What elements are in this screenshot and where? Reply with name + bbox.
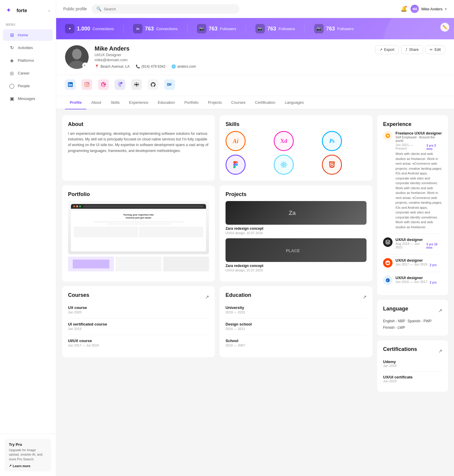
course-name-1: UX course: [68, 305, 209, 310]
language-item-1: Spanish - PWP: [408, 319, 432, 323]
education-expand-button[interactable]: ↗: [363, 294, 367, 300]
exp-item-2: UX/UI designer Aug 2019 — Jun 2021 3 yrs…: [383, 237, 442, 250]
location-item: 📍 Beach Avenue, LA: [95, 64, 130, 69]
certifications-expand-button[interactable]: ↗: [438, 348, 442, 354]
globe-icon: 🌐: [171, 64, 176, 69]
exp-company-1: Self Employed · Around the world: [395, 135, 442, 143]
codepen-icon[interactable]: [131, 79, 142, 90]
avatar-edit-button[interactable]: ✏: [82, 62, 88, 68]
search-bar[interactable]: 🔍: [92, 4, 239, 14]
exp-title-1: Freelance UX/UI designer: [395, 131, 442, 135]
exp-duration-3: 2 yrs: [430, 263, 437, 267]
search-icon: 🔍: [96, 7, 101, 11]
tab-experience[interactable]: Experience: [124, 96, 153, 109]
profile-meta: 📍 Beach Avenue, LA 📞 (914) 479 6342 🌐 an…: [95, 64, 369, 69]
linkedin-icon[interactable]: [65, 79, 76, 90]
edit-button[interactable]: ✏ Edit: [425, 45, 445, 54]
education-header: Education ↗: [226, 292, 367, 302]
figma-icon[interactable]: [115, 79, 125, 90]
behance-icon[interactable]: [164, 79, 175, 90]
dribbble-icon[interactable]: [98, 79, 109, 90]
try-pro-desc: Upgrade for image upload, smarter AI, an…: [9, 448, 47, 462]
exp-period-3: Jun 2017 — Jun 2019: [395, 263, 427, 266]
exp-duration-1: 3 yrs 3 mos: [427, 144, 442, 150]
tab-portfolio[interactable]: Portfolio: [180, 96, 203, 109]
cert-name-1: Udemy: [383, 360, 442, 364]
content-area: About I am experienced designing, develo…: [56, 109, 454, 398]
instagram-icon[interactable]: [82, 79, 92, 90]
exp-title-3: UX/UI designer: [395, 258, 442, 263]
cert-name-2: UX/UI certificate: [383, 375, 442, 379]
notifications-button[interactable]: 🔔: [401, 6, 407, 12]
tab-education[interactable]: Education: [153, 96, 180, 109]
logo-icon: ✦: [6, 7, 14, 15]
certifications-title: Certifications: [383, 346, 417, 352]
cert-date-1: Jun 2019: [383, 364, 442, 367]
learn-more-button[interactable]: ↗ Learn more: [9, 464, 47, 468]
tab-languages[interactable]: Languages: [280, 96, 308, 109]
edit-banner-button[interactable]: ✏️: [440, 23, 449, 32]
tab-projects[interactable]: Projects: [203, 96, 226, 109]
arrow-icon: ↗: [9, 464, 12, 468]
stat-instagram-2: 📷 763 Followers: [255, 24, 295, 33]
sidebar-item-messages[interactable]: ▣ Messages: [3, 93, 53, 104]
course-item-2: UI sertificated course Jun 2019: [68, 322, 209, 331]
exp-item-4: C UX/UI designer Jun 2016 — Jun 2017 2 y…: [383, 276, 442, 285]
education-item-1: University 2019 — 2015: [226, 305, 367, 314]
tab-profile[interactable]: Profile: [65, 96, 86, 109]
instagram-banner-icon-1: 📷: [197, 24, 206, 33]
certifications-card: Certifications ↗ Udemy Jun 2019 UX/UI ce…: [377, 340, 448, 392]
profile-avatar: ✏: [65, 45, 89, 69]
exp-period-4: Jun 2016 — Jun 2017: [395, 280, 427, 284]
education-item-3: School 2010 — 2007: [226, 339, 367, 347]
tab-about[interactable]: About: [86, 96, 106, 109]
export-icon: ↗: [380, 48, 382, 52]
sidebar-item-career[interactable]: ◎ Career: [3, 67, 53, 79]
tab-skills[interactable]: Skills: [106, 96, 124, 109]
language-expand-button[interactable]: ↗: [438, 308, 442, 313]
sidebar-item-platforms[interactable]: ◈ Platforms: [3, 55, 53, 66]
sidebar-item-people[interactable]: ◯ People: [3, 80, 53, 92]
exp-info-3: UX/UI designer Jun 2017 — Jun 2019 2 yrs: [395, 258, 442, 268]
course-item-3: UI/UX course Jun 2017 — Jul 2019: [68, 339, 209, 347]
about-skills-row: About I am experienced designing, develo…: [62, 115, 372, 181]
sidebar-item-home[interactable]: ⊞ Home: [3, 29, 53, 41]
career-icon: ◎: [9, 70, 15, 76]
tab-courses[interactable]: Courses: [226, 96, 250, 109]
collapse-button[interactable]: ‹: [48, 8, 50, 13]
exp-item-3: UX/UI designer Jun 2017 — Jun 2019 2 yrs: [383, 258, 442, 268]
exp-title-4: UX/UI designer: [395, 276, 442, 280]
github-icon[interactable]: [148, 79, 158, 90]
avatar: MA: [411, 5, 419, 13]
share-button[interactable]: ⤴ Share: [401, 45, 423, 54]
profile-name: Mike Anders: [95, 45, 369, 52]
website-item: 🌐 anders.com: [171, 64, 196, 69]
education-card: Education ↗ University 2019 — 2015 Desig…: [220, 286, 372, 357]
education-date-2: 2014 — 2011: [226, 327, 367, 331]
skill-html5: [322, 155, 342, 175]
course-item-1: UX course Jun 2020: [68, 305, 209, 314]
people-icon: ◯: [9, 83, 15, 89]
profile-role: UI/UX Designer: [95, 53, 369, 57]
language-header: Language ↗: [383, 306, 442, 315]
messages-icon: ▣: [9, 96, 15, 101]
search-input[interactable]: [104, 7, 235, 11]
user-menu[interactable]: MA Mike Anders ▾: [411, 5, 447, 13]
logo-area: ✦ forte ‹: [0, 0, 56, 21]
forte-icon: ✦: [65, 24, 74, 33]
skill-xd: Xd: [274, 131, 294, 151]
language-card: Language ↗ English - NBP Spanish - PWP F…: [377, 300, 448, 336]
experience-card: Experience Freelance UX/UI designer Self…: [377, 115, 448, 295]
exp-info-1: Freelance UX/UI designer Self Employed ·…: [395, 131, 442, 229]
language-item-0: English - NBP: [383, 319, 405, 323]
project-title-1: Zara redesign concept: [226, 226, 367, 231]
header: Public profile 🔍 🔔 MA Mike Anders ▾: [56, 0, 454, 18]
courses-expand-button[interactable]: ↗: [205, 294, 209, 300]
page-title: Public profile: [63, 7, 87, 11]
profile-actions: ↗ Export ⤴ Share ✏ Edit: [375, 45, 445, 54]
sidebar-item-activities[interactable]: ↻ Activities: [3, 42, 53, 54]
stat-linkedin: in 763 Connections: [133, 24, 177, 33]
export-button[interactable]: ↗ Export: [375, 45, 399, 54]
tab-certification[interactable]: Certification: [250, 96, 280, 109]
header-actions: 🔔 MA Mike Anders ▾: [401, 5, 447, 13]
